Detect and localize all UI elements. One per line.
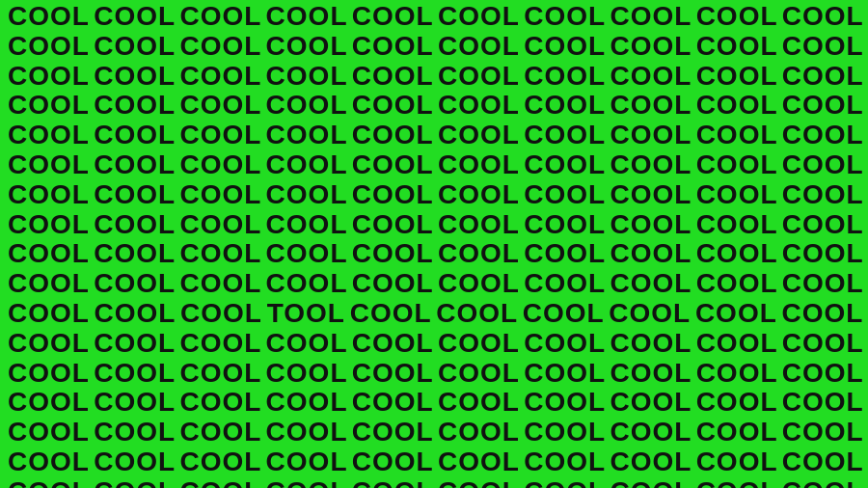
grid-row: COOLCOOLCOOLCOOLCOOLCOOLCOOLCOOLCOOLCOOL: [0, 121, 868, 150]
cool-word: COOL: [176, 359, 261, 389]
cool-word: COOL: [90, 150, 176, 180]
cool-word: COOL: [4, 150, 90, 180]
cool-word: COOL: [434, 2, 520, 32]
cool-word: COOL: [176, 418, 261, 447]
cool-word: COOL: [4, 180, 90, 210]
grid-row: COOLCOOLCOOLCOOLCOOLCOOLCOOLCOOLCOOLCOOL: [0, 329, 868, 359]
cool-word: COOL: [434, 269, 520, 299]
cool-word: COOL: [520, 210, 606, 240]
cool-word: COOL: [4, 239, 90, 269]
cool-word: COOL: [262, 2, 348, 32]
cool-word: COOL: [778, 150, 864, 180]
word-grid: COOLCOOLCOOLCOOLCOOLCOOLCOOLCOOLCOOLCOOL…: [0, 0, 868, 488]
cool-word: COOL: [90, 32, 176, 62]
cool-word: COOL: [778, 447, 864, 477]
grid-row: COOLCOOLCOOLCOOLCOOLCOOLCOOLCOOLCOOLCOOL: [0, 388, 868, 418]
cool-word: COOL: [606, 2, 692, 32]
cool-word: COOL: [778, 121, 864, 150]
cool-word: COOL: [692, 150, 778, 180]
cool-word: COOL: [434, 239, 520, 269]
cool-word: COOL: [605, 299, 692, 329]
cool-word: COOL: [90, 62, 176, 92]
cool-word: COOL: [606, 180, 692, 210]
grid-row: COOLCOOLCOOLCOOLCOOLCOOLCOOLCOOLCOOLCOOL: [0, 32, 868, 62]
cool-word: COOL: [778, 329, 864, 359]
cool-word: COOL: [778, 180, 864, 210]
cool-word: COOL: [262, 329, 348, 359]
cool-word: COOL: [520, 32, 606, 62]
cool-word: COOL: [520, 180, 606, 210]
cool-word: COOL: [778, 388, 864, 418]
cool-word: COOL: [176, 329, 261, 359]
cool-word: COOL: [692, 210, 778, 240]
cool-word: COOL: [262, 180, 348, 210]
cool-word: COOL: [348, 91, 434, 121]
cool-word: COOL: [262, 269, 348, 299]
cool-word: COOL: [777, 299, 864, 329]
cool-word: COOL: [262, 359, 348, 389]
cool-word: COOL: [434, 329, 520, 359]
cool-word: COOL: [520, 269, 606, 299]
cool-word: COOL: [778, 269, 864, 299]
cool-word: COOL: [348, 269, 434, 299]
cool-word: COOL: [262, 210, 348, 240]
cool-word: COOL: [348, 180, 434, 210]
cool-word: COOL: [778, 418, 864, 447]
cool-word: COOL: [262, 447, 348, 477]
cool-word: COOL: [520, 2, 606, 32]
cool-word: COOL: [4, 388, 90, 418]
cool-word: COOL: [90, 239, 176, 269]
cool-word: COOL: [90, 477, 176, 488]
cool-word: COOL: [348, 329, 434, 359]
cool-word: COOL: [176, 2, 261, 32]
cool-word: COOL: [434, 62, 520, 92]
cool-word: COOL: [606, 418, 692, 447]
cool-word: COOL: [606, 477, 692, 488]
cool-word: COOL: [262, 150, 348, 180]
cool-word: COOL: [176, 239, 261, 269]
cool-word: COOL: [778, 32, 864, 62]
cool-word: COOL: [520, 239, 606, 269]
cool-word: COOL: [176, 121, 261, 150]
cool-word: COOL: [520, 359, 606, 389]
cool-word: COOL: [520, 447, 606, 477]
cool-word: COOL: [4, 329, 90, 359]
cool-word: COOL: [348, 359, 434, 389]
cool-word: COOL: [606, 91, 692, 121]
cool-word: COOL: [262, 239, 348, 269]
cool-word: COOL: [520, 91, 606, 121]
cool-word: COOL: [348, 32, 434, 62]
grid-row: COOLCOOLCOOLCOOLCOOLCOOLCOOLCOOLCOOLCOOL: [0, 210, 868, 240]
cool-word: COOL: [262, 91, 348, 121]
cool-word: COOL: [606, 121, 692, 150]
cool-word: COOL: [434, 388, 520, 418]
cool-word: COOL: [692, 121, 778, 150]
cool-word: COOL: [176, 91, 261, 121]
cool-word: COOL: [692, 299, 778, 329]
cool-word: COOL: [90, 180, 176, 210]
cool-word: COOL: [606, 388, 692, 418]
cool-word: COOL: [90, 2, 176, 32]
cool-word: COOL: [778, 477, 864, 488]
cool-word: COOL: [176, 180, 261, 210]
cool-word: COOL: [606, 329, 692, 359]
cool-word: COOL: [778, 91, 864, 121]
cool-word: COOL: [434, 210, 520, 240]
cool-word: COOL: [348, 121, 434, 150]
cool-word: COOL: [606, 359, 692, 389]
cool-word: COOL: [262, 62, 348, 92]
cool-word: COOL: [90, 359, 176, 389]
cool-word: COOL: [4, 32, 90, 62]
cool-word: COOL: [90, 388, 176, 418]
cool-word: COOL: [348, 239, 434, 269]
cool-word: COOL: [692, 418, 778, 447]
cool-word: COOL: [4, 269, 90, 299]
cool-word: COOL: [346, 299, 433, 329]
cool-word: COOL: [606, 62, 692, 92]
cool-word: COOL: [778, 239, 864, 269]
cool-word: COOL: [606, 269, 692, 299]
cool-word: COOL: [90, 269, 176, 299]
cool-word: COOL: [520, 62, 606, 92]
cool-word: COOL: [692, 359, 778, 389]
cool-word: COOL: [692, 329, 778, 359]
